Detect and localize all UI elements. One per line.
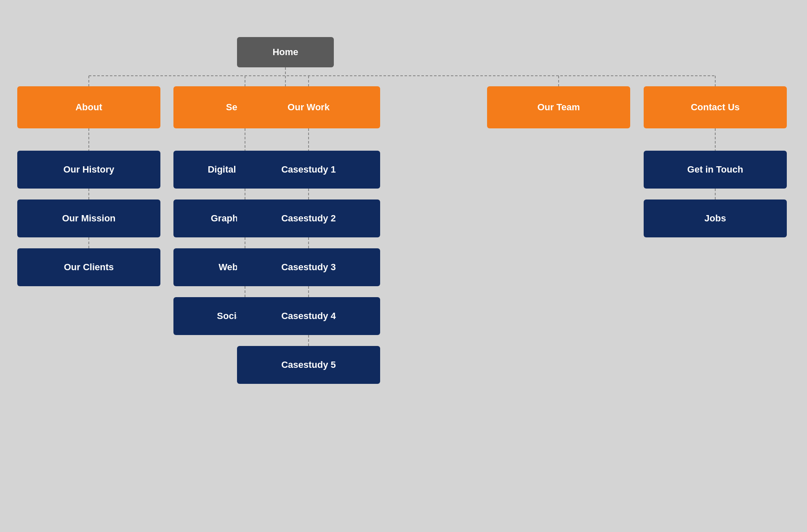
ourhistory-node[interactable]: Our History [17, 151, 160, 189]
ourclients-node[interactable]: Our Clients [17, 248, 160, 286]
casestudy2-node[interactable]: Casestudy 2 [237, 200, 380, 237]
contactus-node[interactable]: Contact Us [644, 86, 787, 128]
ourteam-node[interactable]: Our Team [487, 86, 630, 128]
home-node[interactable]: Home [237, 37, 334, 67]
ourwork-node[interactable]: Our Work [237, 86, 380, 128]
ourmission-node[interactable]: Our Mission [17, 200, 160, 237]
getintouch-node[interactable]: Get in Touch [644, 151, 787, 189]
about-node[interactable]: About [17, 86, 160, 128]
jobs-node[interactable]: Jobs [644, 200, 787, 237]
casestudy3-node[interactable]: Casestudy 3 [237, 248, 380, 286]
casestudy1-node[interactable]: Casestudy 1 [237, 151, 380, 189]
casestudy5-node[interactable]: Casestudy 5 [237, 346, 380, 384]
casestudy4-node[interactable]: Casestudy 4 [237, 297, 380, 335]
sitemap-diagram: Home About Services Our Work Our Team Co… [0, 0, 807, 532]
